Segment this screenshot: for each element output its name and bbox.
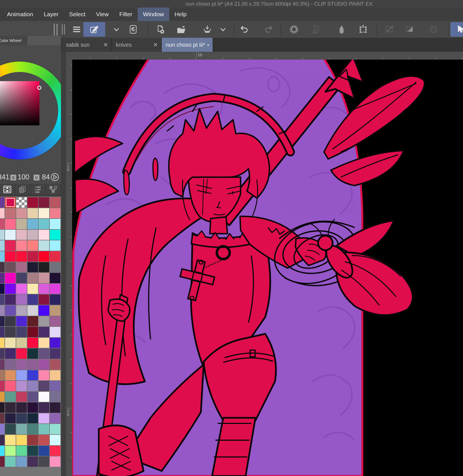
color-swatch[interactable] xyxy=(5,381,16,391)
color-swatch[interactable] xyxy=(5,284,16,294)
redo-icon[interactable] xyxy=(262,24,275,35)
color-swatch[interactable] xyxy=(27,413,38,424)
color-swatch[interactable] xyxy=(16,424,27,434)
color-swatch[interactable] xyxy=(16,305,27,316)
color-swatch[interactable] xyxy=(16,240,27,251)
doc-tab-nun-choso[interactable]: nun choso pt iii* ● xyxy=(162,38,213,52)
color-mode-toggle-icon[interactable] xyxy=(50,173,59,182)
color-swatch[interactable] xyxy=(39,294,49,305)
color-swatch[interactable] xyxy=(5,327,16,337)
color-swatch[interactable] xyxy=(39,327,49,337)
color-swatch[interactable] xyxy=(50,305,60,316)
close-tab-icon[interactable]: ✕ xyxy=(102,41,108,48)
color-swatch[interactable] xyxy=(27,230,38,240)
color-swatch[interactable] xyxy=(27,446,38,456)
color-swatch[interactable] xyxy=(16,208,27,219)
color-swatch[interactable] xyxy=(5,424,16,434)
color-swatch[interactable] xyxy=(0,230,4,240)
hamburger-menu-icon[interactable] xyxy=(70,24,83,35)
color-swatch[interactable] xyxy=(50,370,60,381)
color-swatch[interactable] xyxy=(50,208,60,219)
color-swatch[interactable] xyxy=(16,327,27,337)
color-swatch[interactable] xyxy=(0,251,4,262)
color-swatch[interactable] xyxy=(16,230,27,240)
chevron-down-icon[interactable] xyxy=(217,24,229,35)
color-swatch[interactable] xyxy=(16,456,27,467)
color-swatch[interactable] xyxy=(0,284,4,294)
color-swatch[interactable] xyxy=(50,424,60,434)
color-swatch[interactable] xyxy=(0,273,4,283)
saturation-value-square[interactable] xyxy=(0,81,39,125)
color-swatch[interactable] xyxy=(39,402,49,413)
toolbar-grip[interactable] xyxy=(62,24,65,34)
color-swatch[interactable] xyxy=(16,338,27,348)
color-swatch[interactable] xyxy=(39,197,49,208)
color-swatch[interactable] xyxy=(0,446,4,456)
color-swatch[interactable] xyxy=(27,294,38,305)
deselect-icon[interactable] xyxy=(383,24,396,35)
menu-animation[interactable]: Animation xyxy=(2,8,38,21)
color-swatch[interactable] xyxy=(5,402,16,413)
color-swatch[interactable] xyxy=(39,424,49,434)
color-swatch[interactable] xyxy=(27,348,38,359)
palette-tab-canvas-book[interactable] xyxy=(15,184,31,195)
color-swatch[interactable] xyxy=(5,446,16,456)
palette-tab-node-graph[interactable] xyxy=(46,184,61,195)
doc-tab-knives[interactable]: knives ✕ xyxy=(112,38,162,52)
clip-studio-stamp-icon[interactable] xyxy=(127,24,140,35)
color-swatch[interactable] xyxy=(39,305,49,316)
close-tab-icon[interactable]: ✕ xyxy=(151,41,158,48)
color-swatch[interactable] xyxy=(50,348,60,359)
color-swatch[interactable] xyxy=(5,456,16,467)
color-swatch[interactable] xyxy=(0,381,4,391)
color-swatch[interactable] xyxy=(39,262,49,273)
color-swatch[interactable] xyxy=(39,370,49,381)
color-swatch[interactable] xyxy=(50,219,60,229)
color-swatch[interactable] xyxy=(50,284,60,294)
color-swatch[interactable] xyxy=(16,435,27,445)
color-swatch[interactable] xyxy=(5,251,16,262)
color-swatch[interactable] xyxy=(5,273,16,283)
object-pen-tool-button[interactable] xyxy=(450,22,463,37)
color-swatch[interactable] xyxy=(0,197,4,208)
sv-marker[interactable] xyxy=(37,86,41,90)
color-swatch[interactable] xyxy=(50,230,60,240)
color-swatch[interactable] xyxy=(27,305,38,316)
color-swatch[interactable] xyxy=(16,316,27,327)
color-swatch[interactable] xyxy=(50,359,60,370)
color-swatch[interactable] xyxy=(16,273,27,283)
color-swatch[interactable] xyxy=(16,219,27,229)
color-swatch[interactable] xyxy=(27,240,38,251)
color-swatch[interactable] xyxy=(39,251,49,262)
color-swatch[interactable] xyxy=(27,338,38,348)
color-swatch[interactable] xyxy=(50,402,60,413)
color-swatch[interactable] xyxy=(0,359,4,370)
color-swatch[interactable] xyxy=(50,316,60,327)
color-swatch[interactable] xyxy=(0,456,4,467)
color-swatch[interactable] xyxy=(39,413,49,424)
menu-view[interactable]: View xyxy=(91,8,114,21)
color-swatch[interactable] xyxy=(50,262,60,273)
color-swatch[interactable] xyxy=(39,435,49,445)
color-swatch[interactable] xyxy=(5,197,16,208)
color-swatch[interactable] xyxy=(50,240,60,251)
selection-border-icon[interactable] xyxy=(427,24,440,35)
color-swatch[interactable] xyxy=(39,392,49,402)
color-swatch[interactable] xyxy=(0,294,4,305)
palette-tab-layer-list[interactable] xyxy=(30,184,46,195)
color-swatch[interactable] xyxy=(27,327,38,337)
color-swatch[interactable] xyxy=(50,251,60,262)
color-swatch[interactable] xyxy=(16,392,27,402)
color-swatch[interactable] xyxy=(39,219,49,229)
color-swatch[interactable] xyxy=(5,240,16,251)
color-swatch[interactable] xyxy=(50,294,60,305)
color-swatch[interactable] xyxy=(16,402,27,413)
color-swatch[interactable] xyxy=(27,381,38,391)
color-swatch[interactable] xyxy=(50,197,60,208)
color-swatch[interactable] xyxy=(50,338,60,348)
save-file-icon[interactable] xyxy=(201,24,214,35)
color-swatch[interactable] xyxy=(50,381,60,391)
color-swatch[interactable] xyxy=(0,424,4,434)
color-swatch[interactable] xyxy=(16,284,27,294)
color-swatch[interactable] xyxy=(5,219,16,229)
